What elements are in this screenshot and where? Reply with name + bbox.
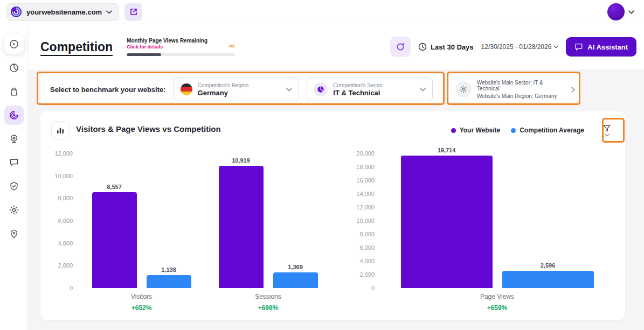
bar-value-label: 1,369 [288,264,303,270]
settings-icon [9,205,19,215]
behavior-analytics-icon [9,110,19,121]
bar-competition-average[interactable] [147,275,191,288]
bar-your-website[interactable] [219,166,264,288]
sidebar-item-support[interactable] [4,224,24,243]
chart-panel-visitors-sessions: 02,0004,0006,0008,00010,00012,000 8,5571… [51,153,331,312]
bar-your-website[interactable] [92,192,137,288]
y-axis-tick: 2,000 [359,271,375,278]
period-label: Last 30 Days [431,43,474,51]
privacy-icon [9,181,19,192]
chevron-down-icon [628,10,634,14]
y-axis-tick: 12,000 [54,150,73,157]
bar-competition-average[interactable] [502,271,594,288]
sidebar-item-overview[interactable] [4,34,24,54]
quota-details-link[interactable]: Click for details [127,44,207,50]
y-axis-tick: 4,000 [58,240,73,247]
germany-flag-icon [181,83,192,95]
app-body: Competition Monthly Page Views Remaining… [0,24,644,330]
y-axis-tick: 14,000 [356,191,375,197]
bar-competition-average[interactable] [273,272,318,288]
website-main-region: Website's Main Region: Germany [477,93,566,99]
y-axis-tick: 6,000 [359,244,375,251]
sidebar-item-visitor-recordings[interactable] [4,129,24,149]
quota-progress-fill [127,53,161,56]
y-axis-tick: 8,000 [359,231,375,237]
account-menu[interactable] [607,3,638,20]
legend-dot-blue [511,128,516,133]
plot-area-left: 8,5571,13810,9191,369 [78,153,331,288]
bar-chart-icon [51,121,70,139]
chevron-right-icon [571,87,575,93]
chevron-down-icon [286,88,292,92]
sidebar-item-settings[interactable] [4,200,24,220]
sidebar-item-behavior-analytics[interactable] [4,106,24,125]
y-axis-tick: 4,000 [359,258,375,264]
chart-panel-page-views: 02,0004,0006,0008,00010,00012,00014,0001… [353,153,614,312]
region-select-caption: Competition's Region [198,82,281,88]
benchmark-selectors-card: Select to benchmark your website: Compet… [40,74,442,105]
date-range-value: 12/30/2025 - 01/28/2026 [481,43,552,51]
chevron-down-icon [605,134,610,137]
date-range-picker[interactable]: 12/30/2025 - 01/28/2026 [481,43,559,51]
sector-pie-icon [314,82,328,96]
x-axis-labels-right: Page Views+659% [380,293,614,312]
y-axis-left: 02,0004,0006,0008,00010,00012,000 [51,153,78,288]
open-website-button[interactable] [124,3,142,21]
region-select-value: Germany [198,89,281,97]
ecommerce-icon [9,86,19,97]
chart-filter-button[interactable] [599,123,614,138]
support-icon [9,228,19,239]
quota-value: ∞ [228,41,234,50]
y-axis-tick: 18,000 [356,164,375,170]
competition-sector-select[interactable]: Competition's Sector IT & Technical [307,78,433,101]
legend-item-competition-average[interactable]: Competition Average [511,127,584,134]
y-axis-tick: 2,000 [58,262,73,269]
visitor-recordings-icon [9,134,19,144]
benchmark-label: Select to benchmark your website: [50,86,166,94]
external-link-icon [129,8,138,16]
main-area: Competition Monthly Page Views Remaining… [28,24,644,330]
competition-chart-card: Visitors & Page Views vs Competition You… [40,111,625,320]
overview-icon [9,39,19,50]
gear-icon [455,81,472,97]
growth-percentage: +698% [205,304,331,312]
plot-area-right: 19,7142,596 [380,153,614,288]
x-axis-category-label: Sessions [205,293,331,300]
y-axis-tick: 8,000 [58,195,73,201]
growth-percentage: +659% [380,304,614,312]
sidebar-nav [0,24,28,330]
bar-your-website[interactable] [401,156,493,288]
sidebar-item-web-analytics[interactable] [4,58,24,78]
sector-select-value: IT & Technical [333,89,414,97]
quota-widget: Monthly Page Views Remaining Click for d… [127,38,234,56]
y-axis-tick: 16,000 [356,177,375,184]
ai-assistant-button[interactable]: AI Assistant [566,37,636,57]
competition-region-select[interactable]: Competition's Region Germany [174,78,300,101]
sidebar-item-communication[interactable] [4,153,24,172]
legend-label: Competition Average [520,127,584,134]
website-domain: yourwebsitename.com [26,8,102,16]
legend-dot-purple [451,128,456,133]
y-axis-tick: 12,000 [356,204,375,210]
bar-value-label: 8,557 [107,184,122,190]
page-content: Select to benchmark your website: Compet… [28,69,644,330]
quota-progress [127,53,234,56]
sector-select-caption: Competition's Sector [333,82,414,88]
website-main-settings-card[interactable]: Website's Main Sector: IT & Technical We… [449,74,581,105]
legend-item-your-website[interactable]: Your Website [451,127,501,134]
avatar [607,3,625,20]
website-main-sector: Website's Main Sector: IT & Technical [477,80,566,92]
bar-group-page-views: 19,7142,596 [401,147,594,288]
y-axis-tick: 10,000 [356,217,375,224]
y-axis-tick: 6,000 [58,217,73,224]
refresh-button[interactable] [390,37,411,57]
sidebar-item-ecommerce[interactable] [4,82,24,101]
x-axis-category-label: Visitors [78,293,205,300]
clock-icon [418,43,427,51]
refresh-icon [396,42,405,52]
sidebar-item-privacy[interactable] [4,177,24,196]
website-selector[interactable]: yourwebsitename.com [6,3,119,21]
chevron-down-icon [420,88,426,92]
y-axis-tick: 0 [70,285,73,291]
x-axis-labels-left: Visitors+652%Sessions+698% [78,293,331,312]
